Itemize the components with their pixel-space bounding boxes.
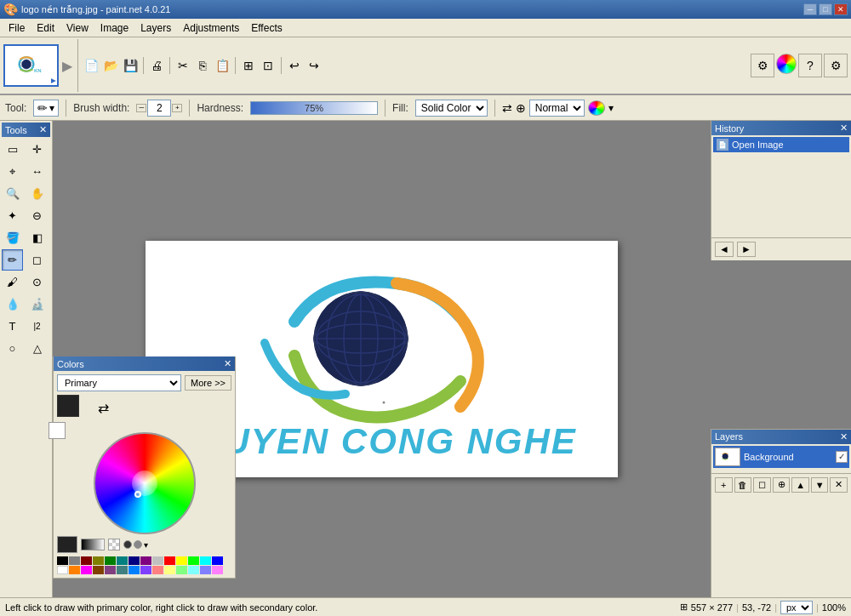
swatch-silver[interactable] [152,556,163,565]
minimize-button[interactable]: ─ [803,3,817,15]
brush-width-spinner[interactable]: ─ 2 + [136,100,182,117]
tool-brush[interactable]: 🖌 [2,271,23,293]
layer-duplicate-button[interactable]: ◻ [753,477,771,493]
color-mode-dropdown[interactable]: Primary [57,374,181,391]
swatch-fuchsia[interactable] [81,566,92,574]
swatch-violet[interactable] [140,566,151,574]
tools-close-icon[interactable]: ✕ [39,124,47,135]
swatch-cyan[interactable] [200,556,211,565]
swatch-blue[interactable] [212,556,223,565]
open-button[interactable]: 📂 [101,56,120,75]
tool-rectangle-select[interactable]: ▭ [2,139,23,160]
gear2-icon[interactable]: ⚙ [824,54,848,77]
menu-adjustments[interactable]: Adjustments [178,20,244,36]
colors-close-icon[interactable]: ✕ [224,358,231,369]
menu-image[interactable]: Image [95,20,134,36]
swatch-dodger[interactable] [129,566,140,574]
black-swatch[interactable] [57,536,77,553]
maximize-button[interactable]: □ [819,3,832,15]
swatch-yellow[interactable] [176,556,187,565]
layer-props-button[interactable]: ✕ [830,477,848,493]
tool-triangle[interactable]: △ [26,338,48,359]
tool-shapes[interactable]: |2 [26,316,48,337]
layer-merge-button[interactable]: ⊕ [773,477,791,493]
tool-ellipse[interactable]: ○ [2,338,23,359]
swatch-purple[interactable] [140,556,151,565]
history-item-open-image[interactable]: 📄 Open Image [713,137,849,152]
brush-width-dec[interactable]: ─ [136,104,146,112]
swatch-white[interactable] [57,566,68,574]
menu-effects[interactable]: Effects [246,20,287,36]
menu-view[interactable]: View [61,20,94,36]
tool-color-picker[interactable]: 💧 [2,294,23,315]
cut-button[interactable]: ✂ [174,56,192,75]
new-button[interactable]: 📄 [82,56,100,75]
history-forward-button[interactable]: ► [737,242,756,257]
fill-dropdown[interactable]: Solid Color [415,100,488,117]
crop-button[interactable]: ⊞ [239,56,258,75]
tool-dropdown[interactable]: ✏ ▾ [33,100,59,117]
swatch-steel[interactable] [117,566,128,574]
swatch-brown[interactable] [93,566,104,574]
transparent-swatch[interactable] [108,539,120,550]
swatch-plum[interactable] [105,566,116,574]
blend-arrow[interactable]: ▾ [608,102,614,114]
swatch-lightblue[interactable] [200,566,211,574]
more-colors-button[interactable]: More >> [185,375,231,391]
layer-item-background[interactable]: Background ✓ [713,446,849,468]
close-button[interactable]: ✕ [834,3,848,15]
tool-color-picker2[interactable]: 🔬 [26,294,48,315]
layer-delete-button[interactable]: 🗑 [734,477,752,493]
save-button[interactable]: 💾 [121,56,140,75]
redo-button[interactable]: ↪ [305,56,323,75]
swatch-teal[interactable] [117,556,128,565]
copy-button[interactable]: ⎘ [193,56,212,75]
blend-mode-dropdown[interactable]: Normal [529,100,585,117]
layer-add-button[interactable]: + [715,477,733,493]
layer-up-button[interactable]: ▲ [791,477,809,493]
brush-width-input[interactable]: 2 [147,100,171,117]
settings-icon[interactable]: ⚙ [751,54,774,77]
undo-button[interactable]: ↩ [285,56,304,75]
color-wheel[interactable] [94,432,196,534]
tool-pan[interactable]: ✋ [26,183,48,204]
swatch-red[interactable] [164,556,175,565]
paste-button[interactable]: 📋 [213,56,231,75]
swatch-lime[interactable] [188,556,199,565]
swatch-olive[interactable] [93,556,104,565]
dot2[interactable] [134,540,142,549]
tool-text[interactable]: T [2,316,23,337]
swatch-gray[interactable] [69,556,80,565]
swatch-salmon[interactable] [152,566,163,574]
tool-eraser[interactable]: ◻ [26,249,48,271]
thumbnail-arrow[interactable]: ▶ [62,58,72,74]
tool-move[interactable]: ✛ [26,139,48,160]
tool-paint-bucket[interactable]: 🪣 [2,227,23,248]
menu-edit[interactable]: Edit [31,20,60,36]
menu-file[interactable]: File [3,20,30,36]
swatch-green[interactable] [105,556,116,565]
tool-pencil[interactable]: ✏ [2,249,23,271]
wheel-cursor[interactable] [134,491,141,498]
print-button[interactable]: 🖨 [147,56,166,75]
color-wheel-btn[interactable] [588,100,605,116]
tool-lasso[interactable]: ⌖ [2,161,23,182]
help-icon[interactable]: ? [798,54,822,77]
swatch-black[interactable] [57,556,68,565]
tool-gradient[interactable]: ◧ [26,227,48,248]
history-back-button[interactable]: ◄ [715,242,734,257]
swatch-orange[interactable] [69,566,80,574]
status-unit-dropdown[interactable]: px [780,601,813,614]
dot1[interactable] [123,540,132,549]
tool-move-selected[interactable]: ↔ [26,161,48,182]
swatch-lightyellow[interactable] [164,566,175,574]
layer-visibility-check[interactable]: ✓ [836,451,848,463]
swatch-lightgreen[interactable] [176,566,187,574]
layers-close-icon[interactable]: ✕ [840,431,848,442]
color-more-arrow[interactable]: ▾ [144,540,148,550]
gradient-swatch[interactable] [81,539,105,550]
resize-button[interactable]: ⊡ [259,56,277,75]
tool-zoom2[interactable]: ⊖ [26,205,48,226]
layer-down-button[interactable]: ▼ [811,477,829,493]
swatch-navy[interactable] [129,556,140,565]
